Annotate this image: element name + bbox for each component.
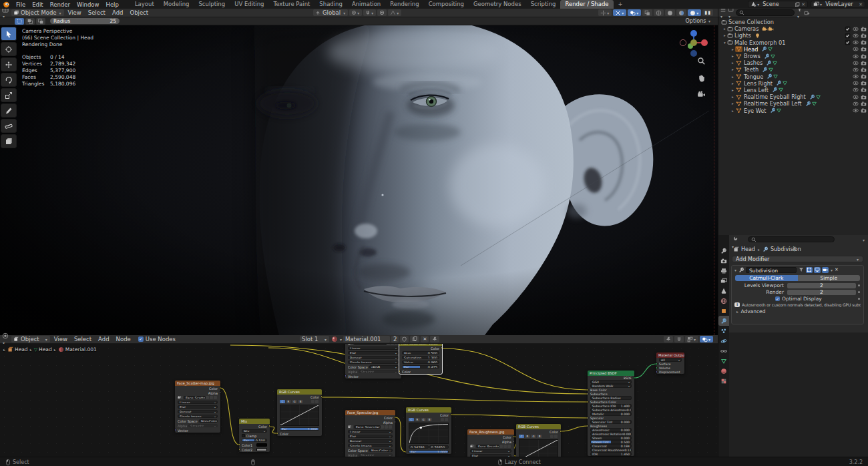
- outliner-row-realtime-eyeball-left[interactable]: ▸Realtime Eyeball Left: [718, 100, 868, 107]
- dropdown-field[interactable]: All▾: [659, 358, 682, 362]
- snap-magnet-icon[interactable]: [674, 336, 684, 342]
- node-row[interactable]: Face_Specular.jpg: [345, 425, 395, 429]
- input-socket[interactable]: [588, 425, 589, 427]
- new-image-icon[interactable]: [206, 396, 209, 399]
- viewport-canvas[interactable]: Camera Perspective (66) Scene Collection…: [0, 25, 718, 335]
- channel-button-c[interactable]: C: [519, 435, 524, 438]
- shader-menu-add[interactable]: Add: [95, 336, 112, 342]
- dropdown-field[interactable]: Single Image▾: [348, 444, 393, 448]
- hide-viewport-icon[interactable]: [853, 73, 859, 79]
- properties-tab-output[interactable]: [718, 266, 729, 276]
- open-image-icon[interactable]: [503, 445, 507, 448]
- node-rgb-curves-1[interactable]: RGB CurvesColorCRGBFac1.000Color: [277, 389, 322, 436]
- node-rgb-curves-3[interactable]: RGB CurvesColorCRGB: [516, 424, 561, 457]
- image-name-field[interactable]: Face_Specular.jpg: [354, 425, 381, 429]
- output-socket[interactable]: [450, 413, 451, 416]
- collapse-icon[interactable]: ▾: [722, 41, 727, 45]
- output-socket[interactable]: [513, 435, 514, 438]
- open-image-icon[interactable]: [391, 344, 394, 345]
- dropdown-field[interactable]: Random Walk▾: [590, 384, 632, 388]
- workspace-tab-modeling[interactable]: Modeling: [159, 0, 194, 9]
- expand-icon[interactable]: ▸: [730, 54, 735, 58]
- node-row-color[interactable]: Color: [399, 346, 442, 351]
- hide-viewport-icon[interactable]: [853, 94, 859, 100]
- node-row-flat[interactable]: Flat▾: [345, 434, 395, 439]
- dropdown-field[interactable]: Straight▾: [188, 424, 218, 428]
- workspace-tab-sculpting[interactable]: Sculpting: [194, 0, 230, 9]
- channel-button-g[interactable]: G: [421, 418, 426, 421]
- expand-icon[interactable]: ▸: [722, 27, 727, 31]
- node-row-linear[interactable]: Linear▾: [345, 346, 401, 351]
- node-link[interactable]: [220, 388, 239, 445]
- input-socket[interactable]: [345, 375, 347, 377]
- disable-render-icon[interactable]: [861, 101, 867, 107]
- expand-icon[interactable]: ▸: [730, 95, 735, 99]
- vertex-group-filter-icon[interactable]: [798, 267, 805, 273]
- node-row-color[interactable]: Color: [239, 424, 270, 429]
- output-socket[interactable]: [394, 421, 395, 423]
- crumb-object[interactable]: Head: [15, 346, 28, 353]
- proportional-falloff-icon[interactable]: ▾: [388, 9, 401, 16]
- hide-viewport-icon[interactable]: [853, 39, 859, 45]
- node-row[interactable]: Face_Scatter-m...: [175, 395, 220, 400]
- dropdown-field[interactable]: Linear▾: [348, 346, 399, 351]
- material-users-count[interactable]: 2: [391, 336, 399, 342]
- dropdown-field[interactable]: Flat▾: [348, 435, 393, 439]
- outliner-row-eye-wet[interactable]: ▸Eye Wet: [718, 107, 868, 113]
- open-image-icon[interactable]: [210, 396, 213, 399]
- show-overlays-icon[interactable]: ▾: [700, 336, 713, 342]
- material-slot-selector[interactable]: Slot 1▾: [300, 336, 329, 342]
- output-socket[interactable]: [513, 440, 514, 443]
- zoom-out-icon[interactable]: [554, 435, 558, 438]
- expand-icon[interactable]: ▸: [730, 47, 735, 51]
- properties-tab-scene[interactable]: [718, 286, 729, 296]
- properties-tab-tool[interactable]: [718, 246, 729, 256]
- exclude-checkbox[interactable]: [845, 26, 851, 32]
- workspace-tab-scripting[interactable]: Scripting: [526, 0, 561, 9]
- select-mode-subtract-icon[interactable]: [36, 18, 45, 25]
- viewport-menu-add[interactable]: Add: [109, 9, 126, 16]
- output-socket[interactable]: [268, 425, 270, 427]
- node-row-color[interactable]: Color: [467, 435, 514, 439]
- tool-annotate[interactable]: [1, 103, 17, 118]
- hide-viewport-icon[interactable]: [853, 107, 859, 113]
- add-workspace-button[interactable]: +: [614, 0, 628, 9]
- select-mode-new-icon[interactable]: [15, 18, 24, 25]
- catmull-clark-button[interactable]: Catmull-Clark: [735, 275, 798, 281]
- node-row-hue[interactable]: Hue0.500: [399, 351, 442, 355]
- close-icon[interactable]: ✕: [800, 2, 805, 7]
- node-row[interactable]: Face_Roughness...: [467, 444, 514, 449]
- coord-x-field[interactable]: 0.34286: [409, 445, 429, 449]
- outliner-row-teeth[interactable]: ▸Teeth: [718, 66, 868, 73]
- render-levels-field[interactable]: 2: [787, 290, 856, 295]
- tool-tweak-select[interactable]: [1, 27, 17, 41]
- hide-viewport-icon[interactable]: [853, 87, 859, 93]
- hide-viewport-icon[interactable]: [853, 33, 859, 39]
- zoom-in-icon[interactable]: [441, 418, 444, 421]
- checkbox-icon[interactable]: [242, 434, 245, 437]
- expand-icon[interactable]: ▸: [730, 67, 735, 71]
- blender-logo-icon[interactable]: [0, 1, 13, 8]
- tool-scale[interactable]: [1, 88, 17, 102]
- workspace-tab-layout[interactable]: Layout: [130, 0, 159, 9]
- shader-menu-node[interactable]: Node: [113, 336, 134, 342]
- value-field[interactable]: Subsurface Anisotropy0.000: [590, 408, 632, 412]
- disable-render-icon[interactable]: [861, 87, 867, 93]
- fake-user-shield-icon[interactable]: [400, 336, 409, 342]
- dropdown-field[interactable]: Single Image▾: [348, 361, 399, 365]
- pin-icon[interactable]: [430, 336, 439, 342]
- disable-render-icon[interactable]: [861, 107, 867, 113]
- node-row-fac[interactable]: Fac1.000: [277, 427, 322, 431]
- scene-selector[interactable]: ▾ Scene ✕: [748, 1, 808, 8]
- keyframe-dot[interactable]: [858, 284, 860, 286]
- output-socket[interactable]: [633, 377, 634, 379]
- checkbox-icon[interactable]: ✓: [775, 296, 780, 301]
- node-row-color-space[interactable]: Color SpaceNon-Color▾: [345, 448, 395, 453]
- hide-viewport-icon[interactable]: [853, 46, 859, 52]
- input-socket[interactable]: [588, 393, 589, 395]
- node-row-single-image[interactable]: Single Image▾: [175, 414, 220, 419]
- viewport-menu-object[interactable]: Object: [126, 9, 152, 16]
- options-dropdown[interactable]: Options ▾: [686, 18, 711, 24]
- unlink-image-icon[interactable]: [507, 445, 511, 448]
- node-row-repeat[interactable]: Repeat▾: [345, 439, 395, 443]
